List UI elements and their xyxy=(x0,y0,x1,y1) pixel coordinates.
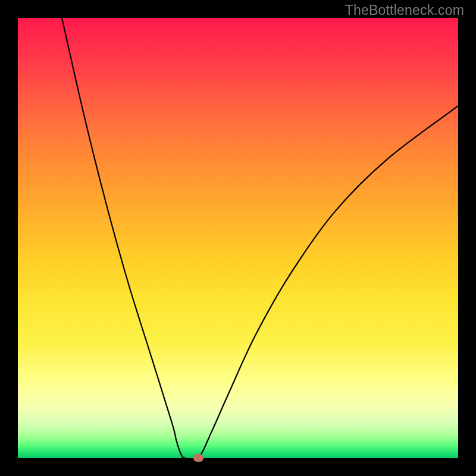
chart-frame: TheBottleneck.com xyxy=(0,0,476,476)
bottleneck-curve xyxy=(18,18,458,458)
plot-area xyxy=(18,18,458,458)
curve-path xyxy=(62,18,458,458)
optimal-point-marker xyxy=(193,454,203,462)
watermark-text: TheBottleneck.com xyxy=(345,2,464,18)
